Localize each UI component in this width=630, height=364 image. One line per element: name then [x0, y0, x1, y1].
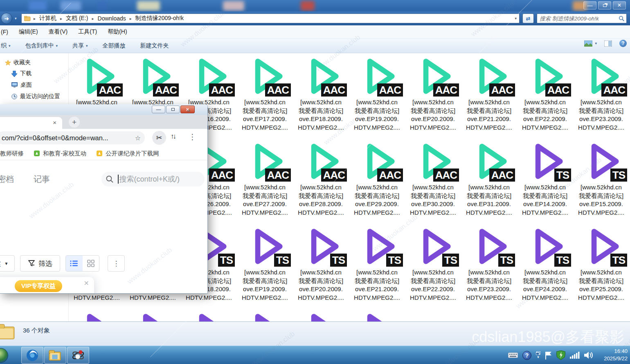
- new-button-label: 建: [0, 259, 1, 268]
- tab-close-icon[interactable]: ×: [53, 119, 56, 126]
- page-tab-notes[interactable]: 记事: [34, 174, 50, 185]
- bookmark-item[interactable]: 教师研修: [0, 150, 24, 157]
- file-item[interactable]: AAC [www.52khd.cn我爱看高清论坛]ove.EP20.2009.H…: [405, 55, 461, 140]
- browser-menu-icon[interactable]: ⋮: [189, 132, 196, 142]
- restore-icon: [171, 108, 175, 111]
- breadcrumb-item[interactable]: Downloads: [97, 15, 127, 22]
- file-item[interactable]: TS [www.52khd.cn我爱看高清论坛]ove.EP22.2009.HD…: [405, 225, 461, 310]
- sidebar-item[interactable]: 最近访问的位置: [0, 91, 68, 102]
- file-item[interactable]: TS [www.52khd.cn我爱看高清论坛]ove.EP27.2009.HD…: [125, 310, 181, 321]
- browser-restore-button[interactable]: [166, 106, 180, 113]
- grid-view-button[interactable]: [83, 256, 99, 271]
- new-tab-button[interactable]: +: [69, 117, 80, 128]
- toolbar-button[interactable]: 织▾: [1, 42, 11, 49]
- keyboard-icon[interactable]: [508, 353, 518, 358]
- file-name: [www.52khd.cn我爱看高清论坛]ove.EP20.2009.HDTV.…: [405, 98, 461, 132]
- file-item[interactable]: TS [www.52khd.cn我爱看高清论坛]ove.EP28.2009.HD…: [181, 310, 237, 321]
- file-name: [www.52khd.cn我爱看高清论坛]ove.EP21.2009.HDTV.…: [461, 98, 517, 132]
- file-item[interactable]: AAC [www.52khd.cn我爱看高清论坛]ove.EP27.2009.H…: [237, 140, 293, 225]
- menu-item[interactable]: 编辑(E): [19, 28, 38, 36]
- menu-item[interactable]: (F): [1, 29, 8, 35]
- file-item[interactable]: TS [www.52khd.cn我爱看高清论坛]ove.EP15.2009.HD…: [573, 140, 629, 225]
- file-item[interactable]: TS [www.52khd.cn我爱看高清论坛]ove.EP31.2009.HD…: [349, 310, 405, 321]
- sidebar-item[interactable]: 桌面: [0, 79, 68, 91]
- hidden-icons-button[interactable]: ▼: [536, 351, 540, 359]
- file-item[interactable]: TS [www.52khd.cn我爱看高清论坛]ove.EP25.2009.HD…: [573, 225, 629, 310]
- breadcrumb-separator: ▸: [31, 16, 38, 21]
- bookmark-item[interactable]: 公开课纪录片下载网: [96, 150, 159, 157]
- browser-tab[interactable]: ×: [0, 117, 62, 129]
- minimize-button[interactable]: —: [583, 1, 596, 9]
- taskbar-clock[interactable]: 16:40 2025/9/22: [604, 348, 628, 362]
- toolbar-button[interactable]: 全部播放: [103, 42, 126, 49]
- bookmark-item[interactable]: 和教育-家校互动: [34, 150, 86, 157]
- file-item[interactable]: AAC [www.52khd.cn我爱看高清论坛]ove.EP21.2009.H…: [461, 55, 517, 140]
- new-button[interactable]: 建 ▼: [0, 255, 15, 272]
- breadcrumb-item[interactable]: 制造情缘2009-oh!k: [135, 15, 184, 22]
- file-item[interactable]: TS [www.52khd.cn我爱看高清论坛]ove.EP30.2009.HD…: [293, 310, 349, 321]
- taskbar-explorer-button[interactable]: [44, 347, 66, 364]
- breadcrumb-item[interactable]: 计算机: [38, 15, 57, 22]
- change-view-button[interactable]: ▾: [584, 40, 597, 47]
- file-item[interactable]: TS [www.52khd.cn我爱看高清论坛]ove.EP24.2009.HD…: [517, 225, 573, 310]
- toolbar-button[interactable]: 包含到库中▾: [25, 42, 58, 49]
- more-actions-button[interactable]: ⋮: [108, 255, 125, 272]
- volume-icon[interactable]: [584, 351, 594, 359]
- bookmarks-overflow-icon[interactable]: »: [187, 107, 190, 114]
- toolbar-button[interactable]: 新建文件夹: [140, 42, 169, 49]
- page-search[interactable]: 搜索(control+K或/): [101, 172, 205, 186]
- list-view-button[interactable]: [66, 256, 83, 271]
- bookmark-star-icon[interactable]: ☆: [135, 134, 141, 142]
- file-item[interactable]: AAC [www.52khd.cn我爱看高清论坛]ove.EP30.2009.H…: [405, 140, 461, 225]
- help-icon[interactable]: ?: [619, 40, 627, 47]
- menu-item[interactable]: 查看(V): [49, 28, 68, 36]
- preview-pane-icon[interactable]: [604, 40, 612, 47]
- sidebar-item[interactable]: 下载: [0, 68, 68, 79]
- file-item[interactable]: AAC [www.52khd.cn我爱看高清论坛]ove.EP18.2009.H…: [293, 55, 349, 140]
- file-item[interactable]: TS [www.52khd.cn我爱看高清论坛]ove.EP26.2009.HD…: [69, 310, 125, 321]
- browser-minimize-button[interactable]: —: [152, 106, 165, 113]
- input-method-icon[interactable]: ?: [522, 351, 531, 360]
- network-signal-icon[interactable]: [570, 352, 580, 359]
- security-shield-icon[interactable]: [556, 351, 565, 360]
- file-item[interactable]: TS [www.52khd.cn我爱看高清论坛]ove.EP20.2009.HD…: [293, 225, 349, 310]
- vip-close-icon[interactable]: ✕: [84, 279, 89, 287]
- start-button[interactable]: [0, 348, 8, 363]
- history-dropdown-icon[interactable]: ▾: [15, 16, 17, 20]
- menu-item[interactable]: 工具(T): [78, 28, 97, 36]
- action-center-flag-icon[interactable]: [545, 351, 552, 360]
- address-dropdown-icon[interactable]: ▾: [515, 16, 517, 20]
- file-item[interactable]: AAC [www.52khd.cn我爱看高清论坛]ove.EP31.2009.H…: [461, 140, 517, 225]
- file-item[interactable]: TS [www.52khd.cn我爱看高清论坛]ove.EP21.2009.HD…: [349, 225, 405, 310]
- breadcrumb-item[interactable]: 文档 (E:): [65, 15, 89, 22]
- file-item[interactable]: AAC [www.52khd.cn我爱看高清论坛]ove.EP29.2009.H…: [349, 140, 405, 225]
- sidebar-favorites-header[interactable]: 收藏夹: [0, 53, 68, 68]
- browser-address-bar[interactable]: com/?cid=0&offset=0&mode=wan... ☆: [0, 131, 145, 144]
- file-item[interactable]: AAC [www.52khd.cn我爱看高清论坛]ove.EP19.2009.H…: [349, 55, 405, 140]
- address-bar[interactable]: ▸计算机▸文档 (E:)▸Downloads▸制造情缘2009-oh!k ▾: [21, 13, 520, 23]
- file-item[interactable]: AAC [www.52khd.cn我爱看高清论坛]ove.EP28.2009.H…: [293, 140, 349, 225]
- file-item[interactable]: TS [www.52khd.cn我爱看高清论坛]ove.EP19.2009.HD…: [237, 225, 293, 310]
- close-button[interactable]: ×: [613, 1, 626, 9]
- file-item[interactable]: TS [www.52khd.cn我爱看高清论坛]ove.EP29.2009.HD…: [237, 310, 293, 321]
- toolbar-button[interactable]: 共享▾: [72, 42, 88, 49]
- restore-button[interactable]: [598, 1, 611, 9]
- folder-icon: [24, 16, 31, 21]
- forward-button[interactable]: ➜: [1, 13, 12, 24]
- corner-watermark: cdslian1985@多看聚影: [472, 327, 624, 347]
- menu-item[interactable]: 帮助(H): [108, 28, 127, 36]
- explorer-search[interactable]: [537, 13, 627, 23]
- file-item[interactable]: AAC [www.52khd.cn我爱看高清论坛]ove.EP23.2009.H…: [573, 55, 629, 140]
- taskbar-player-button[interactable]: [67, 347, 89, 364]
- file-item[interactable]: TS [www.52khd.cn我爱看高清论坛]ove.EP23.2009.HD…: [461, 225, 517, 310]
- explorer-search-input[interactable]: [540, 14, 617, 22]
- file-item[interactable]: AAC [www.52khd.cn我爱看高清论坛]ove.EP22.2009.H…: [517, 55, 573, 140]
- filter-button[interactable]: 筛选: [20, 255, 60, 272]
- refresh-button[interactable]: ⇄: [522, 13, 534, 23]
- scissors-icon[interactable]: ✂: [152, 131, 166, 145]
- taskbar-browser-button[interactable]: [21, 347, 43, 364]
- file-item[interactable]: AAC [www.52khd.cn我爱看高清论坛]ove.EP17.2009.H…: [237, 55, 293, 140]
- file-item[interactable]: TS [www.52khd.cn我爱看高清论坛]ove.EP14.2009.HD…: [517, 140, 573, 225]
- page-tab-files[interactable]: 密档: [0, 174, 14, 185]
- sort-arrows-icon[interactable]: ↑↓: [171, 133, 175, 141]
